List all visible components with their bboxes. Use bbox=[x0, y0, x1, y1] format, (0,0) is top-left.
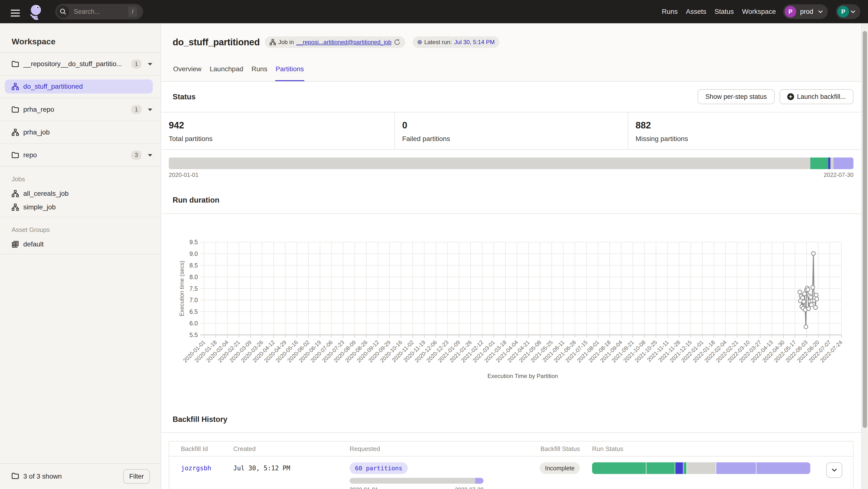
job-icon bbox=[12, 190, 19, 197]
asset-group-icon bbox=[12, 240, 19, 248]
search-icon bbox=[57, 5, 69, 18]
backfill-created: Jul 30, 5:12 PM bbox=[233, 464, 290, 472]
col-backfill-status: Backfill Status bbox=[489, 442, 586, 456]
job-origin-link[interactable]: __reposi...artitioned@partitioned_job bbox=[296, 39, 392, 45]
job-header: do_stuff_partitioned Job in __reposi...a… bbox=[161, 23, 861, 82]
workspace-sidebar: Workspace __repository__do_stuff_partiti… bbox=[0, 23, 161, 489]
status-heading: Status bbox=[173, 93, 196, 101]
run-duration-chart: 9.59.08.58.07.57.06.56.05.52020-01-01202… bbox=[161, 214, 861, 386]
count-badge: 1 bbox=[131, 105, 142, 114]
job-icon bbox=[12, 203, 19, 211]
sidebar-section-asset-groups: Asset Groups default bbox=[0, 217, 160, 255]
plus-circle-icon bbox=[787, 93, 794, 100]
nav-link-status[interactable]: Status bbox=[715, 8, 734, 15]
tab-launchpad[interactable]: Launchpad bbox=[209, 65, 244, 81]
deployment-switcher[interactable]: P prod bbox=[783, 4, 828, 19]
reload-icon[interactable] bbox=[394, 39, 400, 45]
backfill-history-header: Backfill History bbox=[161, 406, 861, 433]
backfill-requested: 60 partitions 2020-01-012022-07-30 bbox=[344, 457, 489, 489]
job-icon bbox=[12, 129, 19, 136]
main-content: do_stuff_partitioned Job in __reposi...a… bbox=[161, 23, 861, 489]
expand-row-button[interactable] bbox=[826, 462, 842, 478]
svg-text:7.5: 7.5 bbox=[189, 285, 198, 292]
nav-link-runs[interactable]: Runs bbox=[662, 8, 678, 15]
run-duration-header: Run duration bbox=[161, 187, 861, 214]
col-requested: Requested bbox=[344, 442, 489, 456]
latest-run-link[interactable]: Jul 30, 5:14 PM bbox=[454, 39, 495, 45]
sidebar-item-all_cereals_job[interactable]: all_cereals_job bbox=[0, 187, 160, 200]
requested-progress-bar bbox=[350, 478, 484, 484]
expand-caret-icon[interactable] bbox=[148, 63, 152, 65]
partition-stats: 942 Total partitions 0 Failed partitions… bbox=[161, 112, 861, 150]
svg-text:9.0: 9.0 bbox=[189, 250, 198, 257]
svg-text:8.5: 8.5 bbox=[189, 262, 198, 269]
nav-link-assets[interactable]: Assets bbox=[686, 8, 706, 15]
requested-partitions-chip[interactable]: 60 partitions bbox=[350, 462, 408, 474]
nav-link-workspace[interactable]: Workspace bbox=[742, 8, 776, 15]
folder-icon bbox=[12, 472, 19, 481]
partition-status-bar: 2020-01-01 2022-07-30 bbox=[169, 158, 854, 178]
deployment-avatar: P bbox=[784, 6, 796, 18]
page-title: do_stuff_partitioned bbox=[173, 36, 260, 48]
stat-failed-partitions: 0 Failed partitions bbox=[395, 112, 628, 149]
partition-status-bar-track[interactable] bbox=[169, 158, 854, 169]
count-badge: 3 bbox=[131, 151, 142, 160]
svg-text:9.5: 9.5 bbox=[189, 239, 198, 246]
col-backfill-id: Backfill Id bbox=[169, 442, 227, 456]
count-badge: 1 bbox=[131, 59, 142, 69]
chevron-down-icon bbox=[832, 468, 837, 472]
latest-run-tag: Latest run: Jul 30, 5:14 PM bbox=[413, 36, 499, 48]
job-icon bbox=[12, 83, 19, 90]
svg-text:6.5: 6.5 bbox=[189, 308, 198, 315]
menu-icon[interactable] bbox=[11, 10, 20, 17]
filter-button[interactable]: Filter bbox=[123, 469, 150, 484]
sidebar-item--repository-do-stuff-partitio-[interactable]: __repository__do_stuff_partitio... 1 bbox=[0, 53, 160, 75]
section-label: Asset Groups bbox=[12, 226, 160, 234]
bar-end-date: 2022-07-30 bbox=[824, 171, 854, 178]
scrollbar-thumb[interactable] bbox=[863, 31, 867, 428]
stat-missing-partitions: 882 Missing partitions bbox=[628, 112, 861, 149]
backfill-row: jozrgsbh Jul 30, 5:12 PM 60 partitions 2… bbox=[169, 457, 853, 489]
sidebar-item-do-stuff-partitioned[interactable]: do_stuff_partitioned bbox=[0, 75, 160, 98]
expand-caret-icon[interactable] bbox=[148, 154, 152, 157]
svg-text:6.0: 6.0 bbox=[189, 320, 198, 327]
tab-runs[interactable]: Runs bbox=[251, 65, 268, 81]
status-section-header: Status Show per-step status Launch backf… bbox=[161, 82, 861, 112]
vertical-scrollbar[interactable] bbox=[861, 23, 868, 489]
sidebar-title: Workspace bbox=[12, 37, 56, 46]
stat-total-partitions: 942 Total partitions bbox=[161, 112, 395, 149]
chevron-down-icon bbox=[850, 10, 856, 13]
sidebar-item-prha-job[interactable]: prha_job bbox=[0, 121, 160, 144]
folder-icon bbox=[12, 106, 19, 113]
user-menu[interactable]: P bbox=[836, 4, 860, 19]
sidebar-item-prha-repo[interactable]: prha_repo 1 bbox=[0, 98, 160, 121]
show-per-step-status-button[interactable]: Show per-step status bbox=[698, 89, 775, 104]
bar-start-date: 2020-01-01 bbox=[169, 171, 198, 178]
top-nav: Search... / RunsAssetsStatusWorkspace P … bbox=[0, 0, 868, 23]
dagster-logo[interactable] bbox=[28, 3, 44, 20]
svg-text:Execution Time by Partition: Execution Time by Partition bbox=[488, 373, 558, 379]
svg-text:Execution time (secs): Execution time (secs) bbox=[179, 261, 185, 316]
expand-caret-icon[interactable] bbox=[148, 108, 152, 111]
sidebar-item-repo[interactable]: repo 3 bbox=[0, 144, 160, 167]
run-status-dot bbox=[417, 40, 422, 44]
svg-text:8.0: 8.0 bbox=[189, 273, 198, 280]
dagster-app: Search... / RunsAssetsStatusWorkspace P … bbox=[0, 0, 868, 489]
col-created: Created bbox=[227, 442, 344, 456]
user-avatar: P bbox=[837, 6, 849, 18]
backfill-id-link[interactable]: jozrgsbh bbox=[181, 464, 211, 472]
sidebar-item-simple_job[interactable]: simple_job bbox=[0, 200, 160, 214]
backfill-history-heading: Backfill History bbox=[173, 415, 227, 424]
backfill-table-header: Backfill Id Created Requested Backfill S… bbox=[169, 442, 853, 457]
run-duration-heading: Run duration bbox=[173, 196, 219, 204]
run-status-bar[interactable] bbox=[592, 462, 810, 474]
tab-overview[interactable]: Overview bbox=[173, 65, 202, 81]
tab-partitions[interactable]: Partitions bbox=[275, 65, 305, 81]
col-run-status: Run Status bbox=[586, 442, 816, 456]
job-icon bbox=[270, 39, 276, 45]
sidebar-item-default[interactable]: default bbox=[0, 237, 160, 251]
search-input[interactable]: Search... / bbox=[55, 4, 143, 20]
svg-text:7.0: 7.0 bbox=[189, 297, 198, 303]
svg-text:5.5: 5.5 bbox=[189, 331, 198, 338]
launch-backfill-button[interactable]: Launch backfill... bbox=[779, 89, 854, 104]
